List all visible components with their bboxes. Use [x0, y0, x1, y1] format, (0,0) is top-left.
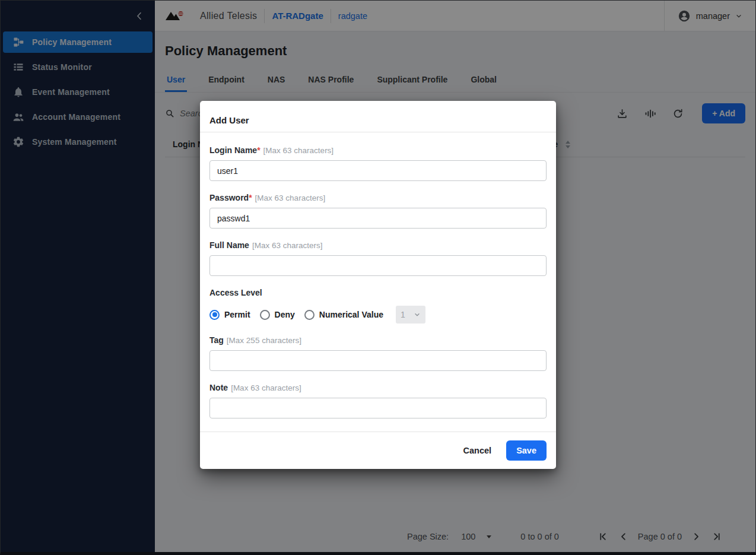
field-label: Password*[Max 63 characters] [209, 193, 325, 202]
password-input[interactable] [209, 208, 547, 229]
tag-input[interactable] [209, 350, 547, 371]
field-note: Note[Max 63 characters] [209, 382, 547, 418]
field-login-name: Login Name*[Max 63 characters] [209, 145, 547, 181]
modal-body: Login Name*[Max 63 characters] Password*… [200, 132, 556, 418]
field-tag: Tag[Max 255 characters] [209, 335, 547, 371]
radio-unselected-icon [260, 310, 270, 320]
field-label: Login Name*[Max 63 characters] [209, 145, 333, 155]
field-password: Password*[Max 63 characters] [209, 192, 547, 229]
required-asterisk: * [257, 145, 260, 155]
chevron-down-icon [414, 311, 421, 318]
access-level-options: Permit Deny Numerical Value 1 [209, 306, 547, 324]
modal-footer: Cancel Save [200, 432, 556, 469]
radio-permit[interactable]: Permit [209, 310, 250, 320]
required-asterisk: * [249, 193, 252, 202]
field-label: Note[Max 63 characters] [209, 383, 301, 392]
radio-selected-icon [209, 310, 220, 320]
save-button[interactable]: Save [506, 440, 547, 461]
field-hint: [Max 63 characters] [231, 383, 301, 392]
field-hint: [Max 63 characters] [263, 146, 334, 155]
radio-unselected-icon [304, 310, 315, 320]
cancel-button[interactable]: Cancel [456, 441, 499, 460]
field-label: Access Level [209, 288, 262, 297]
field-label: Full Name[Max 63 characters] [209, 240, 322, 250]
note-input[interactable] [209, 398, 547, 418]
field-hint: [Max 63 characters] [252, 241, 323, 250]
field-hint: [Max 255 characters] [227, 336, 301, 345]
field-full-name: Full Name[Max 63 characters] [209, 240, 547, 276]
add-user-modal: Add User Login Name*[Max 63 characters] … [200, 101, 556, 469]
modal-title: Add User [200, 101, 556, 132]
field-label: Tag[Max 255 characters] [209, 335, 301, 345]
full-name-input[interactable] [209, 255, 547, 276]
field-access-level: Access Level Permit Deny Numerical Value… [209, 287, 547, 324]
field-hint: [Max 63 characters] [255, 194, 326, 202]
radio-numerical-value[interactable]: Numerical Value [304, 310, 383, 320]
radio-deny[interactable]: Deny [260, 310, 295, 320]
login-name-input[interactable] [209, 160, 547, 181]
numerical-value-select[interactable]: 1 [396, 306, 425, 324]
